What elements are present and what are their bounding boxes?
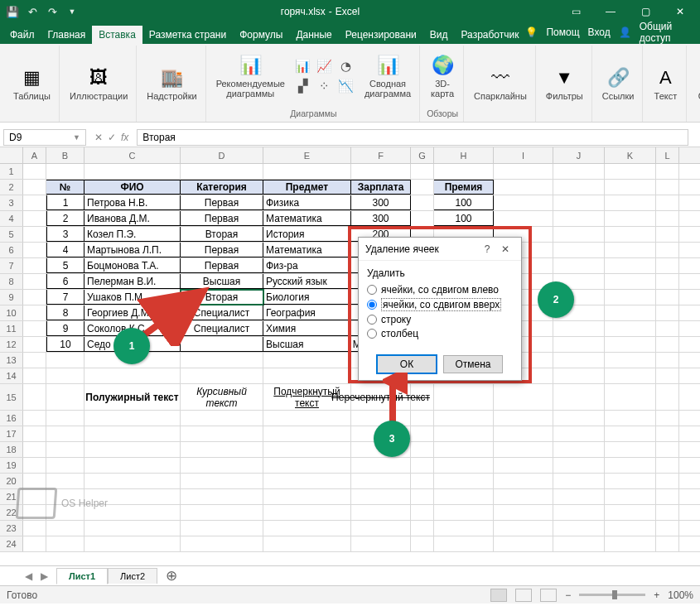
- cell-J13[interactable]: [553, 353, 605, 368]
- cell-C23[interactable]: [84, 521, 181, 536]
- cell-K16[interactable]: [605, 411, 656, 426]
- share-label[interactable]: Общий доступ: [640, 21, 693, 44]
- cell-D2[interactable]: Категория: [181, 180, 263, 195]
- cell-K9[interactable]: [605, 290, 656, 305]
- cell-G4[interactable]: [411, 211, 434, 226]
- col-header-J[interactable]: J: [553, 147, 605, 163]
- cell-H3[interactable]: 100: [434, 195, 494, 210]
- cell-B14[interactable]: [46, 368, 84, 383]
- cell-L3[interactable]: [656, 195, 679, 210]
- cell-E2[interactable]: Предмет: [263, 180, 351, 195]
- cell-H4[interactable]: 100: [434, 211, 494, 226]
- cell-K12[interactable]: [605, 337, 656, 352]
- cell-D1[interactable]: [181, 164, 263, 179]
- cell-A23[interactable]: [23, 521, 46, 536]
- cell-C1[interactable]: [84, 164, 181, 179]
- cell-J3[interactable]: [553, 195, 605, 210]
- cell-L21[interactable]: [656, 489, 679, 504]
- cell-A13[interactable]: [23, 353, 46, 368]
- cell-C15[interactable]: Полужирный текст: [84, 384, 181, 410]
- cell-L16[interactable]: [656, 411, 679, 426]
- cell-A3[interactable]: [23, 195, 46, 210]
- cell-B17[interactable]: [46, 426, 84, 441]
- cell-J7[interactable]: [553, 258, 605, 273]
- cell-I1[interactable]: [494, 164, 553, 179]
- cell-C3[interactable]: Петрова Н.В.: [84, 195, 181, 210]
- cell-B1[interactable]: [46, 164, 84, 179]
- text-button[interactable]: AТекст: [649, 64, 681, 103]
- cell-D3[interactable]: Первая: [181, 195, 263, 210]
- row-header-20[interactable]: 20: [0, 474, 23, 488]
- cell-G17[interactable]: [411, 426, 434, 441]
- cell-D18[interactable]: [181, 442, 263, 457]
- redo-icon[interactable]: ↷: [43, 2, 61, 21]
- page-break-view-icon[interactable]: [540, 589, 557, 602]
- zoom-level[interactable]: 100%: [668, 589, 693, 601]
- help-label[interactable]: Помощ: [546, 26, 579, 38]
- cell-L4[interactable]: [656, 211, 679, 226]
- cell-B13[interactable]: [46, 353, 84, 368]
- cell-E8[interactable]: Русский язык: [263, 274, 351, 289]
- cell-A4[interactable]: [23, 211, 46, 226]
- col-header-G[interactable]: G: [411, 147, 434, 163]
- tab-insert[interactable]: Вставка: [92, 26, 142, 44]
- cell-J18[interactable]: [553, 442, 605, 457]
- cell-C5[interactable]: Козел П.Э.: [84, 227, 181, 242]
- cell-H17[interactable]: [434, 426, 494, 441]
- row-header-14[interactable]: 14: [0, 368, 23, 383]
- cell-B20[interactable]: [46, 474, 84, 488]
- cell-B10[interactable]: 8: [46, 305, 84, 320]
- filters-button[interactable]: ▼Фильтры: [543, 64, 587, 103]
- cell-D17[interactable]: [181, 426, 263, 441]
- line-chart-icon[interactable]: 📈: [315, 57, 335, 75]
- cell-G24[interactable]: [411, 536, 434, 551]
- sheet-nav-prev-icon[interactable]: ◀: [25, 570, 32, 582]
- row-header-16[interactable]: 16: [0, 411, 23, 426]
- cell-J15[interactable]: [553, 384, 605, 410]
- cell-D19[interactable]: [181, 458, 263, 473]
- cell-I18[interactable]: [494, 442, 553, 457]
- cell-H24[interactable]: [434, 536, 494, 551]
- cell-B19[interactable]: [46, 458, 84, 473]
- cell-J12[interactable]: [553, 337, 605, 352]
- fx-icon[interactable]: fx: [121, 132, 128, 143]
- cell-L1[interactable]: [656, 164, 679, 179]
- cell-K1[interactable]: [605, 164, 656, 179]
- cell-E19[interactable]: [263, 458, 351, 473]
- row-header-15[interactable]: 15: [0, 384, 23, 410]
- cell-B9[interactable]: 7: [46, 290, 84, 305]
- cell-A19[interactable]: [23, 458, 46, 473]
- cell-I22[interactable]: [494, 505, 553, 520]
- cell-L5[interactable]: [656, 227, 679, 242]
- tab-developer[interactable]: Разработчик: [454, 26, 525, 44]
- cell-B6[interactable]: 4: [46, 243, 84, 257]
- cell-D14[interactable]: [181, 368, 263, 383]
- cell-K7[interactable]: [605, 258, 656, 273]
- cell-E9[interactable]: Биология: [263, 290, 351, 305]
- cell-I24[interactable]: [494, 536, 553, 551]
- cell-L19[interactable]: [656, 458, 679, 473]
- cell-A20[interactable]: [23, 474, 46, 488]
- opt-row[interactable]: строку: [367, 314, 513, 325]
- signin-label[interactable]: Вход: [588, 26, 611, 38]
- cell-L13[interactable]: [656, 353, 679, 368]
- cell-G2[interactable]: [411, 180, 434, 195]
- cell-I16[interactable]: [494, 411, 553, 426]
- cell-H16[interactable]: [434, 411, 494, 426]
- cell-A6[interactable]: [23, 243, 46, 257]
- row-header-13[interactable]: 13: [0, 353, 23, 368]
- cell-I23[interactable]: [494, 521, 553, 536]
- cell-B24[interactable]: [46, 536, 84, 551]
- normal-view-icon[interactable]: [490, 589, 507, 602]
- cell-L12[interactable]: [656, 337, 679, 352]
- col-header-L[interactable]: L: [656, 147, 679, 163]
- cell-E5[interactable]: История: [263, 227, 351, 242]
- cell-G21[interactable]: [411, 489, 434, 504]
- row-header-18[interactable]: 18: [0, 442, 23, 457]
- cell-A1[interactable]: [23, 164, 46, 179]
- sheet-nav-next-icon[interactable]: ▶: [41, 570, 48, 582]
- cell-E10[interactable]: География: [263, 305, 351, 320]
- cell-A5[interactable]: [23, 227, 46, 242]
- col-header-K[interactable]: K: [605, 147, 656, 163]
- row-header-9[interactable]: 9: [0, 290, 23, 305]
